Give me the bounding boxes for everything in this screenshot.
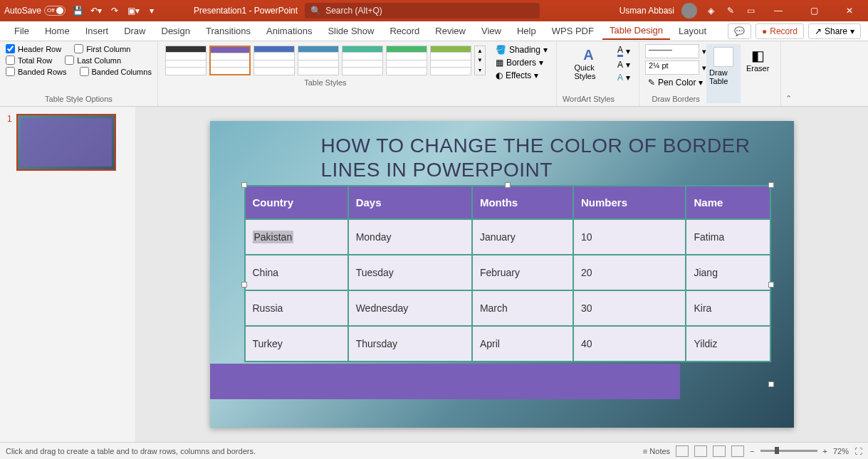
tab-tabledesign[interactable]: Table Design — [602, 22, 670, 40]
selection-handle-mr[interactable] — [768, 282, 774, 287]
shading-button[interactable]: 🪣Shading ▾ — [493, 44, 550, 56]
slide-table[interactable]: Country Days Months Numbers Name Pakista… — [244, 185, 771, 362]
view-slideshow-button[interactable] — [731, 445, 744, 457]
cell-r2c1[interactable]: China — [245, 255, 348, 290]
tab-review[interactable]: Review — [428, 23, 473, 39]
cell-r1c1[interactable]: Pakistan — [245, 219, 348, 255]
autosave-toggle[interactable]: AutoSave Off — [4, 6, 66, 16]
style-thumb-4[interactable] — [298, 46, 339, 75]
pen-style-select[interactable]: ——— — [645, 44, 699, 58]
record-button[interactable]: ● Record — [755, 23, 804, 39]
diamond-icon[interactable]: ◈ — [704, 4, 717, 17]
header-name[interactable]: Name — [686, 186, 770, 219]
save-icon[interactable]: 💾 — [71, 4, 84, 17]
header-country[interactable]: Country — [245, 186, 348, 219]
fit-button[interactable]: ⛶ — [854, 447, 862, 455]
style-thumb-5[interactable] — [342, 46, 383, 75]
tab-draw[interactable]: Draw — [117, 23, 152, 39]
search-box[interactable]: 🔍 Search (Alt+Q) — [305, 3, 540, 19]
user-avatar[interactable] — [681, 3, 697, 19]
slide-title[interactable]: HOW TO CHANGE THE COLOR OF BORDER LINES … — [321, 134, 773, 181]
cell-r4c4[interactable]: 40 — [573, 326, 686, 362]
cell-r4c2[interactable]: Thursday — [348, 326, 472, 362]
undo-icon[interactable]: ↶▾ — [90, 4, 103, 17]
cell-r3c5[interactable]: Kira — [686, 290, 770, 326]
zoom-thumb[interactable] — [775, 447, 779, 454]
comments-button[interactable]: 💬 — [728, 23, 751, 39]
header-numbers[interactable]: Numbers — [573, 186, 686, 219]
zoom-in-button[interactable]: + — [823, 447, 827, 455]
tab-transitions[interactable]: Transitions — [199, 23, 258, 39]
cell-r2c4[interactable]: 20 — [573, 255, 686, 290]
close-button[interactable]: ✕ — [835, 1, 864, 21]
borders-button[interactable]: ▦Borders ▾ — [493, 57, 550, 68]
cell-r1c5[interactable]: Fatima — [686, 219, 770, 255]
tab-help[interactable]: Help — [510, 23, 543, 39]
view-sorter-button[interactable] — [694, 445, 707, 457]
tab-design[interactable]: Design — [155, 23, 197, 39]
selection-handle-br[interactable] — [768, 381, 774, 387]
checkbox-header-row[interactable]: Header Row — [6, 44, 61, 53]
present-icon[interactable]: ▣▾ — [127, 4, 140, 17]
header-days[interactable]: Days — [348, 186, 472, 219]
checkbox-first-column[interactable]: First Column — [74, 44, 130, 53]
tab-home[interactable]: Home — [38, 23, 77, 39]
pen-weight-select[interactable]: 2¼ pt — [645, 60, 699, 75]
selection-handle-tc[interactable] — [505, 182, 511, 188]
maximize-button[interactable]: ▢ — [800, 1, 828, 21]
canvas-area[interactable]: HOW TO CHANGE THE COLOR OF BORDER LINES … — [135, 107, 868, 442]
customize-qat-icon[interactable]: ▾ — [145, 4, 158, 17]
gallery-scroll[interactable]: ▲▼▾ — [474, 46, 486, 75]
selection-handle-ml[interactable] — [241, 282, 247, 287]
eraser-button[interactable]: ◧ Eraser — [741, 44, 775, 103]
cell-r3c1[interactable]: Russia — [245, 290, 348, 326]
notes-button[interactable]: ≡ Notes — [643, 447, 670, 455]
tab-wpspdf[interactable]: WPS PDF — [545, 23, 601, 39]
tab-slideshow[interactable]: Slide Show — [320, 23, 381, 39]
pen-icon[interactable]: ✎ — [724, 4, 737, 17]
ribbon-collapse-button[interactable]: ⌃ — [781, 41, 795, 106]
tab-file[interactable]: File — [7, 23, 36, 39]
share-button[interactable]: ↗ Share ▾ — [808, 23, 861, 39]
header-months[interactable]: Months — [472, 186, 573, 219]
cell-r3c2[interactable]: Wednesday — [348, 290, 472, 326]
cell-r2c2[interactable]: Tuesday — [348, 255, 472, 290]
style-thumb-2[interactable] — [209, 46, 251, 75]
selection-handle-tl[interactable] — [241, 182, 247, 188]
cell-r3c4[interactable]: 30 — [573, 290, 686, 326]
minimize-button[interactable]: — — [764, 1, 793, 21]
checkbox-last-column[interactable]: Last Column — [65, 56, 121, 65]
cell-r2c5[interactable]: Jiang — [686, 255, 770, 290]
cell-r4c1[interactable]: Turkey — [245, 326, 348, 362]
cell-r4c5[interactable]: Yildiz — [686, 326, 770, 362]
text-outline-button[interactable]: A ▾ — [615, 59, 633, 70]
style-thumb-6[interactable] — [386, 46, 427, 75]
style-thumb-7[interactable] — [430, 46, 471, 75]
zoom-level[interactable]: 72% — [833, 447, 849, 455]
redo-icon[interactable]: ↷ — [108, 4, 121, 17]
slide-canvas[interactable]: HOW TO CHANGE THE COLOR OF BORDER LINES … — [210, 121, 794, 428]
effects-button[interactable]: ◐Effects ▾ — [493, 70, 550, 81]
draw-table-button[interactable]: Draw Table — [706, 44, 741, 103]
cell-r3c3[interactable]: March — [472, 290, 573, 326]
style-thumb-3[interactable] — [253, 46, 295, 75]
text-effects-button[interactable]: A ▾ — [615, 72, 633, 83]
cell-r4c3[interactable]: April — [472, 326, 573, 362]
style-thumb-1[interactable] — [165, 46, 206, 75]
tab-layout[interactable]: Layout — [671, 23, 713, 39]
tab-record[interactable]: Record — [382, 23, 427, 39]
zoom-out-button[interactable]: − — [750, 447, 754, 455]
toggle-switch[interactable]: Off — [44, 6, 66, 16]
slide-thumbnail-1[interactable] — [16, 114, 116, 171]
checkbox-total-row[interactable]: Total Row — [6, 56, 52, 65]
zoom-slider[interactable] — [760, 450, 817, 452]
cell-r1c3[interactable]: January — [472, 219, 573, 255]
slide-thumb-wrap[interactable]: 1 — [7, 114, 128, 171]
cell-r2c3[interactable]: February — [472, 255, 573, 290]
selection-handle-tr[interactable] — [768, 182, 774, 188]
text-fill-button[interactable]: A ▾ — [615, 44, 633, 58]
cell-r1c4[interactable]: 10 — [573, 219, 686, 255]
view-reading-button[interactable] — [713, 445, 726, 457]
tab-insert[interactable]: Insert — [78, 23, 116, 39]
ribbon-display-icon[interactable]: ▭ — [744, 4, 757, 17]
